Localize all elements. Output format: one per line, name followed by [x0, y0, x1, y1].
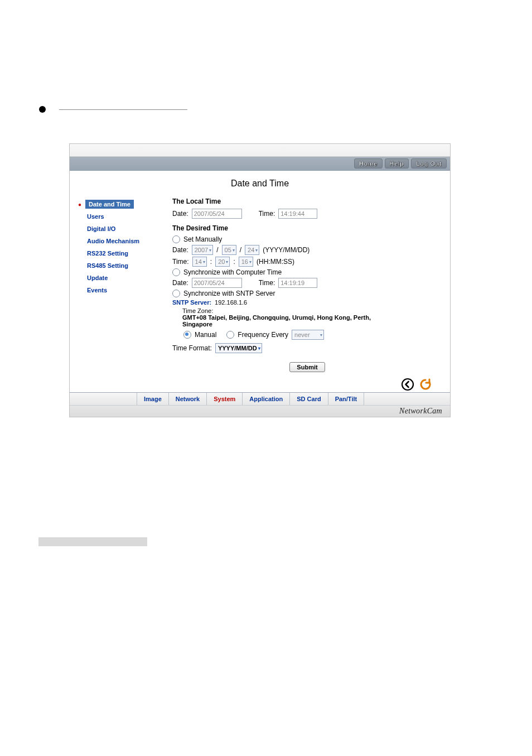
frequency-value: never [294, 331, 310, 338]
pc-date-value: 2007/05/24 [192, 278, 242, 288]
time-format-label: Time Format: [172, 344, 212, 352]
local-time-value: 14:19:44 [278, 209, 317, 219]
radio-sync-pc-label: Synchronize with Computer Time [183, 268, 282, 276]
timezone-label: Time Zone: [182, 307, 442, 314]
sidebar: ● Date and Time ● Users ● Digital I/O ● … [78, 196, 156, 297]
sidebar-item-date-and-time[interactable]: ● Date and Time [78, 199, 156, 210]
frequency-select[interactable]: never ▾ [292, 330, 324, 340]
chevron-down-icon: ▾ [249, 259, 252, 264]
app-frame: Home Help Log Out Date and Time ● Date a… [69, 143, 451, 417]
submit-button[interactable]: Submit [289, 362, 325, 372]
manual-day-select[interactable]: 24 ▾ [245, 245, 259, 255]
sidebar-item-label: Update [85, 274, 109, 282]
radio-set-manually-label: Set Manually [183, 235, 222, 243]
chevron-down-icon: ▾ [258, 346, 260, 351]
form-panel: The Local Time Date: 2007/05/24 Time: 14… [172, 196, 442, 374]
bullet-active-icon: ● [78, 201, 82, 208]
manual-hh-select[interactable]: 14 ▾ [192, 257, 207, 267]
svg-point-0 [402, 379, 413, 390]
chevron-down-icon: ▾ [226, 259, 228, 264]
pc-date-label: Date: [172, 279, 188, 287]
chevron-down-icon: ▾ [209, 248, 211, 253]
manual-month-select[interactable]: 05 ▾ [222, 245, 236, 255]
sidebar-item-label: Date and Time [85, 200, 134, 209]
sidebar-item-label: Audio Mechanism [85, 237, 141, 245]
local-date-value: 2007/05/24 [192, 209, 242, 219]
sidebar-item-label: Events [85, 286, 109, 294]
bottom-bar: NetworkCam [70, 406, 450, 417]
sidebar-item-audio-mechanism[interactable]: ● Audio Mechanism [78, 235, 156, 247]
tab-image[interactable]: Image [137, 393, 169, 405]
manual-time-label: Time: [172, 258, 189, 266]
app-topbar [70, 144, 450, 157]
slash: / [240, 246, 241, 254]
content-area: Date and Time ● Date and Time ● Users ● … [70, 171, 450, 392]
manual-hh-value: 14 [195, 258, 202, 265]
back-icon[interactable] [401, 378, 414, 391]
sidebar-item-update[interactable]: ● Update [78, 272, 156, 283]
sntp-server-label: SNTP Server: [172, 299, 211, 306]
local-date-label: Date: [172, 210, 188, 218]
radio-mode-frequency-label: Frequency Every [238, 331, 288, 339]
manual-date-label: Date: [172, 246, 188, 254]
manual-month-value: 05 [225, 247, 231, 253]
tab-application[interactable]: Application [243, 393, 290, 405]
sidebar-item-rs485-setting[interactable]: ● RS485 Setting [78, 260, 156, 271]
page-title: Date and Time [78, 179, 442, 189]
chevron-down-icon: ▾ [203, 259, 205, 264]
manual-year-select[interactable]: 2007 ▾ [192, 245, 213, 255]
tab-network[interactable]: Network [169, 393, 207, 405]
radio-mode-manual[interactable] [183, 331, 191, 339]
manual-day-value: 24 [248, 247, 254, 253]
brand-label: NetworkCam [399, 407, 442, 416]
logout-button[interactable]: Log Out [411, 158, 447, 168]
top-nav: Home Help Log Out [70, 157, 450, 171]
pc-time-value: 14:19:19 [278, 278, 317, 288]
radio-mode-frequency[interactable] [226, 331, 234, 339]
tab-sd-card[interactable]: SD Card [290, 393, 328, 405]
help-button[interactable]: Help [385, 158, 409, 168]
sidebar-item-digital-io[interactable]: ● Digital I/O [78, 223, 156, 234]
chevron-down-icon: ▾ [233, 248, 235, 253]
radio-sync-pc[interactable] [172, 268, 180, 276]
radio-sync-sntp[interactable] [172, 290, 180, 297]
slash: / [216, 246, 218, 254]
manual-ss-value: 16 [241, 258, 248, 265]
home-button[interactable]: Home [354, 158, 383, 168]
sntp-server-value: 192.168.1.6 [215, 299, 247, 306]
timezone-value: GMT+08 Taipei, Beijing, Chongquing, Urum… [182, 314, 372, 328]
local-time-heading: The Local Time [172, 198, 442, 205]
colon: : [233, 258, 235, 266]
tab-system[interactable]: System [207, 393, 243, 405]
time-format-select[interactable]: YYYY/MM/DD ▾ [215, 343, 262, 353]
pc-time-label: Time: [259, 279, 275, 287]
sidebar-item-label: RS232 Setting [85, 249, 130, 257]
bullet-icon [39, 106, 46, 113]
manual-year-value: 2007 [195, 247, 208, 253]
tab-pan-tilt[interactable]: Pan/Tilt [328, 393, 365, 405]
chevron-down-icon: ▾ [320, 333, 322, 338]
radio-set-manually[interactable] [172, 235, 180, 243]
local-time-label: Time: [259, 210, 275, 218]
desired-time-heading: The Desired Time [172, 224, 442, 232]
tabstrip: Image Network System Application SD Card… [70, 392, 450, 406]
manual-mm-select[interactable]: 20 ▾ [215, 257, 230, 267]
manual-time-hint: (HH:MM:SS) [257, 258, 294, 266]
radio-mode-manual-label: Manual [195, 331, 216, 339]
manual-mm-value: 20 [218, 258, 225, 265]
bullet-heading-underline [59, 109, 187, 110]
sidebar-item-label: Users [85, 213, 106, 220]
time-format-value: YYYY/MM/DD [218, 345, 257, 351]
radio-sync-sntp-label: Synchronize with SNTP Server [183, 290, 275, 297]
sidebar-item-label: RS485 Setting [85, 262, 130, 269]
sidebar-item-events[interactable]: ● Events [78, 285, 156, 296]
sidebar-item-users[interactable]: ● Users [78, 211, 156, 222]
sidebar-item-label: Digital I/O [85, 225, 117, 233]
refresh-icon[interactable] [419, 378, 432, 391]
gray-placeholder [38, 537, 147, 546]
page-bullet-row [39, 106, 187, 113]
colon: : [210, 258, 212, 266]
manual-ss-select[interactable]: 16 ▾ [239, 257, 253, 267]
chevron-down-icon: ▾ [255, 248, 258, 253]
sidebar-item-rs232-setting[interactable]: ● RS232 Setting [78, 248, 156, 259]
